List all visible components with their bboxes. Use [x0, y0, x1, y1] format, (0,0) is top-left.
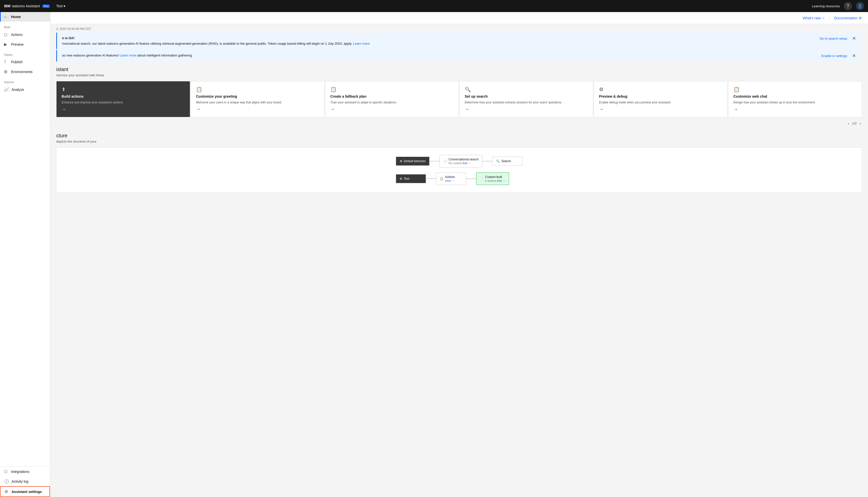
flow-node-default-behavior[interactable]: ⚙ Default behavior — [396, 157, 430, 166]
card-fallback[interactable]: 📋 Create a fallback plan Train your assi… — [325, 81, 459, 117]
sidebar-item-analyze[interactable]: 📈 Analyze — [0, 85, 50, 94]
external-link-icon: ⚙ — [859, 16, 862, 20]
pagination-next-button[interactable]: › — [859, 120, 862, 127]
user-avatar[interactable]: 👤 — [856, 2, 864, 10]
assistant-section: istant stomize your assistant with these… — [56, 67, 862, 129]
integrations-icon: ⬡ — [4, 469, 9, 474]
conv-search-add-link[interactable]: Add → — [463, 162, 471, 165]
custom-built-col: Custom-built 0 actions Add → — [485, 175, 505, 182]
conv-search-no-content: No content — [449, 162, 462, 165]
actions-icon: ◻ — [4, 32, 9, 37]
card-search[interactable]: 🔍 Set up search Determine how your assis… — [459, 81, 593, 117]
card-search-arrow: → — [465, 107, 588, 112]
docs-label: Documentation — [834, 16, 858, 20]
nav-divider — [53, 3, 53, 9]
default-behavior-icon: ⚙ — [400, 159, 402, 163]
alert-ai-action-link[interactable]: Enable in settings — [821, 54, 847, 58]
sidebar-label-activity-log: Activity log — [12, 480, 28, 483]
card-webchat-icon: 📋 — [733, 86, 857, 93]
card-fallback-icon: 📋 — [330, 86, 453, 93]
alert-rag-close-button[interactable]: ✕ — [851, 36, 857, 41]
pagination-prev-button[interactable]: ‹ — [846, 120, 850, 127]
sidebar-item-preview[interactable]: ▶ Preview — [0, 39, 50, 49]
card-search-title: Set up search — [465, 94, 588, 98]
sidebar-label-home: Home — [11, 15, 21, 19]
alert-rag-learn-more[interactable]: Learn more — [353, 42, 370, 45]
topbar-divider: | — [829, 16, 830, 20]
alert-rag-action-link[interactable]: Go to search setup — [820, 37, 847, 40]
environments-icon: ⊞ — [4, 69, 9, 74]
card-fallback-arrow: → — [330, 107, 453, 112]
app-name: watsonx Assistant — [12, 4, 40, 8]
conv-search-icon: 📄 — [443, 159, 447, 163]
card-fallback-title: Create a fallback plan — [330, 94, 453, 98]
search-icon: 🔍 — [496, 159, 500, 163]
help-icon[interactable]: ? — [844, 2, 852, 10]
alert-ai-close-button[interactable]: ✕ — [851, 53, 857, 58]
alert-ai-actions: Enable in settings ✕ — [821, 53, 857, 58]
card-preview-debug[interactable]: ⚙ Preview & debug Enable debug mode when… — [594, 81, 728, 117]
flow-node-conv-search[interactable]: 📄 Conversational search No content Add → — [439, 155, 482, 167]
flow-node-search[interactable]: 🔍 Search — [492, 157, 522, 166]
sidebar: ⌂ Home Build ◻ Actions ▶ Preview Deploy … — [0, 12, 50, 497]
card-search-icon: 🔍 — [465, 86, 588, 93]
actions-view-link[interactable]: View → — [445, 179, 455, 182]
sidebar-label-environments: Environments — [11, 70, 33, 74]
alert-ai-learn-more[interactable]: Learn more — [120, 54, 136, 57]
flow-connector-1 — [430, 161, 439, 161]
home-icon: ⌂ — [4, 15, 9, 19]
sidebar-item-actions[interactable]: ◻ Actions — [0, 30, 50, 39]
card-webchat[interactable]: 📋 Customize web chat Design how your ass… — [728, 81, 862, 117]
card-pagination: ‹ 1/2 › — [56, 118, 862, 129]
card-preview-debug-icon: ⚙ — [599, 86, 722, 93]
flow-connector-2 — [482, 161, 492, 161]
main-content: What's new ☆ | Documentation ⚙ 2, 2024 1… — [50, 12, 868, 497]
sidebar-bottom: ⬡ Integrations 🕐 Activity log ⚙ Assistan… — [0, 466, 50, 497]
custom-built-icon: 📄 — [480, 177, 484, 181]
flow-node-actions[interactable]: 📋 Actions View → — [436, 172, 466, 185]
card-build-actions[interactable]: ⬆ Build actions Enhance and improve your… — [56, 81, 190, 117]
flow-row-1: ⚙ Default behavior 📄 Conversational sear… — [396, 155, 523, 167]
home-content: 2, 2024 10:34:46 AM CDT n is GA! nversat… — [50, 24, 868, 199]
sidebar-item-assistant-settings[interactable]: ⚙ Assistant settings Assistant settings — [0, 486, 50, 497]
flow-node-custom-built[interactable]: 📄 Custom-built 0 actions Add → — [476, 172, 509, 185]
sidebar-item-home[interactable]: ⌂ Home — [0, 12, 50, 22]
alert-rag-actions: Go to search setup ✕ — [820, 36, 857, 41]
flow-container: ⚙ Default behavior 📄 Conversational sear… — [396, 155, 523, 185]
structure-title: cture — [56, 133, 862, 139]
card-greeting[interactable]: 📋 Customize your greeting Welcome your u… — [191, 81, 324, 117]
card-webchat-arrow: → — [733, 107, 857, 112]
sidebar-label-preview: Preview — [11, 42, 24, 46]
sidebar-item-environments[interactable]: ⊞ Environments — [0, 67, 50, 76]
instance-name: Test — [56, 4, 62, 8]
search-label: Search — [501, 159, 511, 163]
card-build-actions-icon: ⬆ — [61, 86, 185, 93]
custom-built-add-link[interactable]: Add → — [497, 179, 505, 182]
flow-node-test[interactable]: ⚙ Test — [396, 174, 426, 183]
sidebar-section-improve: Improve — [0, 76, 50, 85]
actions-col: Actions View → — [445, 175, 455, 182]
assistant-section-title: istant — [56, 67, 862, 72]
custom-built-label: Custom-built — [485, 175, 505, 179]
docs-link[interactable]: Documentation ⚙ — [834, 16, 862, 20]
sidebar-label-assistant-settings: Assistant settings — [12, 490, 42, 494]
instance-selector[interactable]: Test ▾ — [56, 4, 65, 8]
card-webchat-sub: Design how your assistant shows up in yo… — [733, 100, 857, 105]
card-build-actions-sub: Enhance and improve your assistant's act… — [61, 100, 185, 105]
whats-new-link[interactable]: What's new ☆ — [803, 16, 825, 20]
pagination-label: 1/2 — [852, 122, 857, 125]
alert-rag-body2: apply. — [344, 42, 352, 45]
sidebar-label-integrations: Integrations — [11, 470, 29, 474]
card-webchat-title: Customize web chat — [733, 94, 857, 98]
assistant-settings-icon: ⚙ — [4, 489, 9, 494]
sidebar-item-activity-log[interactable]: 🕐 Activity log — [0, 477, 50, 486]
card-greeting-title: Customize your greeting — [196, 94, 319, 98]
card-search-sub: Determine how your assistant extracts an… — [465, 100, 588, 105]
card-greeting-sub: Welcome your users in a unique way that … — [196, 100, 319, 105]
sidebar-label-actions: Actions — [11, 33, 23, 37]
card-greeting-icon: 📋 — [196, 86, 319, 93]
learning-resources-link[interactable]: Learning resources — [812, 4, 840, 8]
plan-badge: Plus — [42, 4, 50, 8]
sidebar-item-publish[interactable]: ⤴ Publish — [0, 57, 50, 67]
sidebar-item-integrations[interactable]: ⬡ Integrations — [0, 467, 50, 477]
